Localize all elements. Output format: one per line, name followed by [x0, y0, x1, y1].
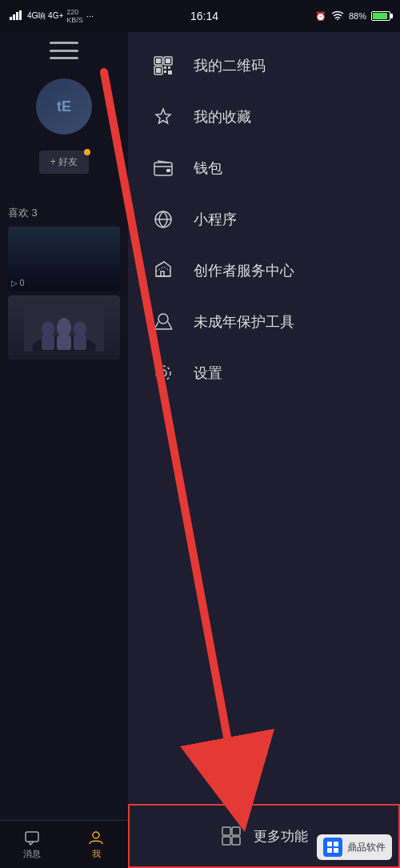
more-dots: ··· [86, 11, 94, 21]
hamburger-button[interactable] [50, 38, 78, 62]
svg-rect-16 [164, 66, 166, 69]
svg-point-27 [160, 370, 166, 376]
battery-icon [371, 11, 390, 21]
svg-point-4 [74, 321, 86, 337]
qr-code-icon [152, 54, 174, 77]
svg-rect-15 [156, 68, 161, 73]
menu-miniapp-label: 小程序 [194, 210, 237, 229]
watermark-logo [323, 838, 342, 857]
svg-line-24 [154, 322, 158, 329]
svg-point-28 [156, 366, 170, 380]
protect-icon [152, 311, 174, 333]
svg-rect-29 [222, 827, 230, 835]
menu-creator-label: 创作者服务中心 [194, 261, 294, 280]
menu-qr-label: 我的二维码 [194, 56, 266, 75]
add-friend-label: + 好友 [50, 155, 78, 169]
status-bar: 4G响 4G+ 220KB/S ··· 16:14 ⏰ 88% [0, 0, 400, 32]
status-right: ⏰ 88% [315, 10, 390, 22]
svg-rect-32 [232, 837, 240, 845]
wallet-icon [152, 157, 174, 179]
svg-rect-41 [327, 842, 332, 846]
video-silhouette [24, 303, 104, 352]
svg-rect-34 [13, 14, 15, 20]
menu-protect-label: 未成年保护工具 [194, 312, 294, 332]
menu-item-qr[interactable]: 我的二维码 [128, 40, 400, 91]
nav-messages[interactable]: 消息 [23, 829, 41, 860]
menu-item-protect[interactable]: 未成年保护工具 [128, 296, 400, 348]
miniapp-icon [152, 208, 174, 231]
svg-rect-17 [168, 66, 170, 69]
bottom-navigation: 消息 我 [0, 820, 128, 868]
wifi-icon [331, 10, 344, 22]
svg-rect-31 [222, 837, 230, 845]
svg-point-37 [337, 19, 338, 21]
nav-profile-label: 我 [92, 848, 101, 860]
settings-icon [152, 362, 174, 384]
status-left: 4G响 4G+ 220KB/S ··· [10, 8, 94, 24]
creator-icon [152, 259, 174, 282]
notification-dot [84, 149, 90, 155]
video-view-count: ▷ 0 [11, 279, 24, 287]
menu-item-settings[interactable]: 设置 [128, 348, 400, 399]
left-panel: tE + 好友 喜欢 3 ▷ 0 [0, 0, 128, 868]
speed-label: 220KB/S [66, 8, 83, 24]
right-menu-panel: 我的二维码 我的收藏 钱包 [128, 0, 400, 868]
battery-fill [373, 13, 387, 19]
svg-rect-5 [42, 336, 54, 350]
star-icon [152, 106, 174, 128]
svg-rect-42 [334, 842, 338, 846]
svg-rect-30 [232, 827, 240, 835]
svg-rect-8 [26, 832, 38, 842]
svg-line-25 [168, 322, 172, 329]
svg-rect-6 [57, 336, 71, 350]
svg-point-3 [57, 318, 71, 337]
menu-favorites-label: 我的收藏 [194, 107, 251, 127]
svg-rect-33 [10, 17, 12, 20]
watermark: 鼎品软件 [317, 834, 392, 860]
message-icon [23, 829, 41, 846]
video-thumbnail-1[interactable]: ▷ 0 [8, 227, 120, 291]
alarm-icon: ⏰ [315, 11, 326, 22]
add-friend-button[interactable]: + 好友 [39, 151, 89, 174]
svg-rect-13 [166, 58, 170, 63]
battery-percent: 88% [349, 11, 366, 21]
svg-point-2 [42, 321, 54, 337]
menu-settings-label: 设置 [194, 364, 222, 383]
menu-item-miniapp[interactable]: 小程序 [128, 194, 400, 245]
more-functions-icon [220, 825, 242, 847]
nav-profile[interactable]: 我 [87, 829, 105, 860]
likes-label: 喜欢 3 [8, 206, 120, 220]
more-functions-label: 更多功能 [254, 827, 308, 846]
svg-rect-35 [16, 12, 18, 20]
menu-item-creator[interactable]: 创作者服务中心 [128, 245, 400, 296]
menu-wallet-label: 钱包 [194, 159, 222, 178]
signal-icon [10, 10, 24, 22]
menu-list: 我的二维码 我的收藏 钱包 [128, 40, 400, 399]
carrier-label: 4G响 4G+ [27, 10, 63, 22]
nav-messages-label: 消息 [23, 848, 41, 860]
video-thumbnail-2[interactable] [8, 295, 120, 360]
svg-point-23 [158, 314, 168, 323]
svg-rect-40 [324, 838, 342, 856]
time-display: 16:14 [190, 10, 218, 22]
svg-rect-36 [19, 10, 22, 20]
svg-rect-44 [334, 848, 338, 853]
hamburger-line-2 [50, 50, 78, 52]
avatar-text: tE [57, 98, 71, 115]
svg-rect-19 [168, 70, 172, 74]
svg-point-9 [93, 832, 99, 838]
svg-rect-43 [327, 848, 332, 853]
watermark-text: 鼎品软件 [347, 841, 386, 854]
svg-rect-21 [166, 169, 170, 172]
hamburger-line-1 [50, 42, 78, 44]
menu-item-favorites[interactable]: 我的收藏 [128, 91, 400, 143]
menu-item-wallet[interactable]: 钱包 [128, 143, 400, 194]
profile-icon [87, 829, 105, 846]
hamburger-line-3 [50, 57, 78, 59]
avatar[interactable]: tE [36, 78, 92, 135]
likes-section: 喜欢 3 ▷ 0 [0, 206, 128, 360]
svg-rect-18 [164, 70, 166, 73]
svg-rect-11 [156, 58, 161, 63]
svg-rect-7 [74, 336, 86, 350]
